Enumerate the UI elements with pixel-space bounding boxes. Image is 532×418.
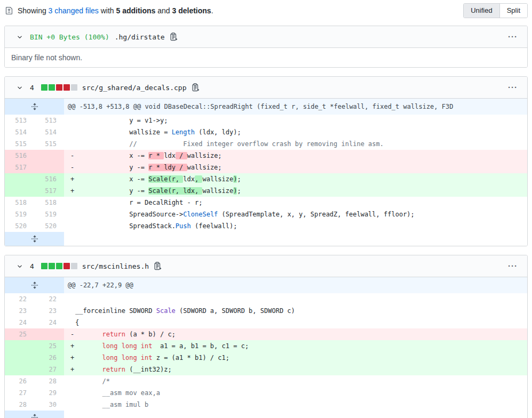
- file-name[interactable]: .hg/dirstate: [115, 33, 165, 41]
- old-line-number[interactable]: 23: [5, 305, 34, 317]
- code-segment: x -=: [75, 152, 148, 159]
- old-line-number[interactable]: 22: [5, 293, 34, 305]
- new-line-number[interactable]: 519: [34, 208, 64, 220]
- old-line-number[interactable]: [5, 352, 34, 364]
- expand-hunk-button[interactable]: [5, 277, 64, 293]
- new-line-number[interactable]: [34, 150, 64, 162]
- new-line-number[interactable]: 520: [34, 220, 64, 232]
- added-line-row: 25+ long long int a1 = a, b1 = b, c1 = c…: [5, 340, 527, 352]
- file-menu-button[interactable]: ···: [506, 33, 520, 41]
- diff-table: @@ -513,8 +513,8 @@ void DBaseDecal::Spr…: [5, 98, 527, 246]
- code-line: wallsize = Length (ldx, ldy);: [75, 126, 527, 138]
- diff-sign-marker: [64, 126, 75, 138]
- file-menu-button[interactable]: ···: [506, 262, 520, 270]
- code-segment: x -=: [75, 175, 148, 183]
- old-line-number[interactable]: 516: [5, 150, 34, 162]
- code-line: y -= r * ldy / wallsize;: [75, 162, 527, 173]
- context-line-row: 2222: [5, 293, 527, 305]
- code-line: SpreadSource->CloneSelf (SpreadTemplate,…: [75, 208, 527, 220]
- changed-files-link[interactable]: 3 changed files: [49, 6, 99, 15]
- copy-path-icon[interactable]: [192, 83, 200, 92]
- code-segment: ldx: [183, 175, 195, 183]
- code-segment: /*: [102, 377, 110, 385]
- unfold-icon[interactable]: [31, 414, 38, 418]
- old-line-number[interactable]: 515: [5, 138, 34, 150]
- summary-mid2: and: [155, 6, 172, 15]
- new-line-number[interactable]: 27: [34, 364, 64, 375]
- expand-hunk-button[interactable]: [5, 232, 64, 246]
- split-view-button[interactable]: Split: [499, 4, 527, 18]
- code-line: return (__int32)z;: [75, 364, 527, 375]
- old-line-number[interactable]: 518: [5, 197, 34, 208]
- added-line-row: 26+ long long int z = (a1 * b1) / c1;: [5, 352, 527, 364]
- new-line-number[interactable]: [34, 328, 64, 340]
- diff-sign-marker: -: [64, 162, 75, 173]
- changed-word: r *: [148, 152, 164, 159]
- new-line-number[interactable]: 29: [34, 387, 64, 399]
- diff-sign-marker: [64, 115, 75, 126]
- code-line: [75, 293, 527, 305]
- context-line-row: 2323__forceinline SDWORD Scale (SDWORD a…: [5, 305, 527, 317]
- chevron-down-icon[interactable]: [17, 84, 23, 91]
- diff-sign-marker: [64, 387, 75, 399]
- added-line-row: 517+ y -= Scale(r, ldx, wallsize);: [5, 185, 527, 197]
- code-line: // Fixed integer overflow crash by remov…: [75, 138, 527, 150]
- code-line: x -= Scale(r, ldx, wallsize);: [75, 173, 527, 185]
- code-segment: wallsize: [202, 175, 233, 183]
- code-line: x -= r * ldx / wallsize;: [75, 150, 527, 162]
- diffstat-block-add: [41, 263, 47, 269]
- code-segment: wallsize =: [75, 128, 172, 136]
- code-segment: return: [102, 366, 125, 373]
- unfold-icon[interactable]: [31, 235, 38, 243]
- new-line-number[interactable]: 24: [34, 317, 64, 328]
- chevron-down-icon[interactable]: [17, 34, 23, 40]
- changed-word: Scale(r, ldx,: [148, 187, 202, 195]
- old-line-number[interactable]: 28: [5, 399, 34, 411]
- new-line-number[interactable]: 23: [34, 305, 64, 317]
- new-line-number[interactable]: 513: [34, 115, 64, 126]
- new-line-number[interactable]: 22: [34, 293, 64, 305]
- new-line-number[interactable]: 26: [34, 352, 64, 364]
- new-line-number[interactable]: 514: [34, 126, 64, 138]
- code-segment: {: [75, 319, 79, 326]
- old-line-number[interactable]: [5, 340, 34, 352]
- new-line-number[interactable]: 25: [34, 340, 64, 352]
- new-line-number[interactable]: 30: [34, 399, 64, 411]
- old-line-number[interactable]: 517: [5, 162, 34, 173]
- unfold-icon[interactable]: [31, 282, 38, 289]
- old-line-number[interactable]: 24: [5, 317, 34, 328]
- diff-sign-marker: +: [64, 185, 75, 197]
- new-line-number[interactable]: 516: [34, 173, 64, 185]
- expand-hunk-button[interactable]: [5, 411, 64, 418]
- old-line-number[interactable]: 27: [5, 387, 34, 399]
- old-line-number[interactable]: 514: [5, 126, 34, 138]
- expand-hunk-button[interactable]: [5, 99, 64, 115]
- new-line-number[interactable]: 28: [34, 375, 64, 387]
- code-segment: y -=: [75, 187, 148, 195]
- copy-path-icon[interactable]: [154, 262, 162, 270]
- file-menu-button[interactable]: ···: [506, 84, 520, 91]
- code-segment: (ldx, ldy);: [195, 128, 241, 136]
- new-line-number[interactable]: 517: [34, 185, 64, 197]
- old-line-number[interactable]: [5, 173, 34, 185]
- old-line-number[interactable]: 520: [5, 220, 34, 232]
- unfold-icon[interactable]: [31, 103, 38, 110]
- unified-view-button[interactable]: Unified: [464, 4, 499, 18]
- old-line-number[interactable]: 513: [5, 115, 34, 126]
- old-line-number[interactable]: 25: [5, 328, 34, 340]
- new-line-number[interactable]: [34, 162, 64, 173]
- new-line-number[interactable]: 518: [34, 197, 64, 208]
- old-line-number[interactable]: 26: [5, 375, 34, 387]
- code-segment: z = (a1 * b1) / c1;: [153, 354, 230, 361]
- old-line-number[interactable]: [5, 364, 34, 375]
- file-name[interactable]: src/g_shared/a_decals.cpp: [82, 84, 187, 92]
- code-segment: y -=: [75, 164, 148, 171]
- new-line-number[interactable]: 515: [34, 138, 64, 150]
- chevron-down-icon[interactable]: [17, 263, 23, 269]
- copy-path-icon[interactable]: [170, 33, 178, 41]
- old-line-number[interactable]: 519: [5, 208, 34, 220]
- old-line-number[interactable]: [5, 185, 34, 197]
- changed-word: Scale(r,: [148, 175, 183, 183]
- binary-not-shown-note: Binary file not shown.: [5, 47, 527, 67]
- file-name[interactable]: src/mscinlines.h: [82, 262, 149, 270]
